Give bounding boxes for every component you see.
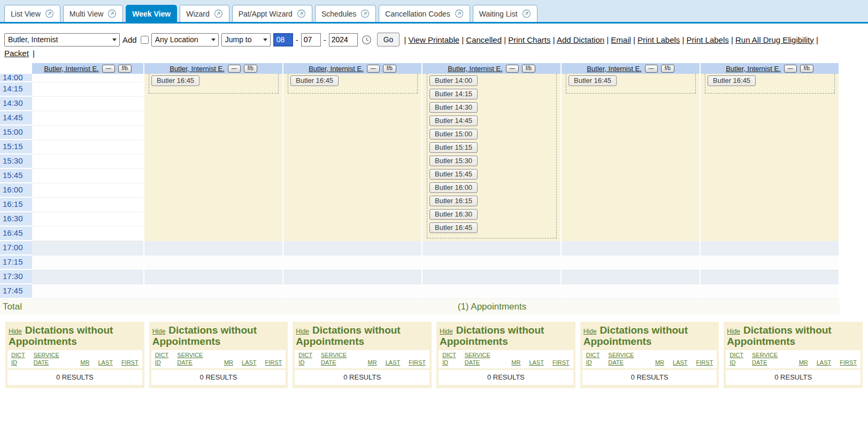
collapse-column-button[interactable]: — [228,65,241,73]
calendar-cell[interactable] [701,126,839,140]
calendar-cell[interactable] [562,256,700,270]
tab-week-view[interactable]: Week View [126,5,177,22]
calendar-cell[interactable] [701,241,839,256]
calendar-cell[interactable] [32,183,143,198]
last-header[interactable]: LAST [98,359,113,367]
calendar-cell[interactable] [562,140,700,154]
calendar-cell[interactable] [283,284,421,299]
calendar-cell[interactable] [562,198,700,212]
provider-link[interactable]: Butler, Internist E. [170,65,225,73]
calendar-cell[interactable] [283,111,421,126]
calendar-cell[interactable] [283,241,421,256]
tab-schedules[interactable]: Schedules [315,5,376,22]
appointment-slot-button[interactable]: Butler 16:45 [151,75,199,86]
calendar-cell[interactable] [32,256,143,270]
collapse-column-button[interactable]: — [102,65,115,73]
fb-button[interactable]: f/b [244,65,257,73]
dict-id-header[interactable]: DICT ID [155,351,169,367]
calendar-cell[interactable] [562,154,700,169]
appointment-slot-button[interactable]: Butler 14:00 [429,75,478,86]
clock-button[interactable] [360,35,373,45]
calendar-cell[interactable] [701,270,839,284]
tab-wizard[interactable]: Wizard [180,5,229,22]
first-header[interactable]: FIRST [409,359,426,367]
calendar-cell[interactable] [701,227,839,241]
calendar-cell[interactable] [283,183,421,198]
last-header[interactable]: LAST [529,359,544,367]
provider-select[interactable]: Butler, Internist [4,33,120,47]
calendar-cell[interactable] [283,169,421,183]
service-date-header[interactable]: SERVICE DATE [752,351,778,367]
fb-button[interactable]: f/b [383,65,396,73]
service-date-header[interactable]: SERVICE DATE [177,351,203,367]
hide-link[interactable]: Hide [9,328,22,335]
dict-id-header[interactable]: DICT ID [586,351,600,367]
calendar-cell[interactable] [32,97,143,111]
calendar-cell[interactable] [32,198,143,212]
appointment-slot-button[interactable]: Butler 15:00 [429,129,478,140]
calendar-cell[interactable] [32,74,143,82]
provider-link[interactable]: Butler, Internist E. [44,65,99,73]
calendar-cell[interactable] [423,270,560,284]
mr-header[interactable]: MR [511,359,520,367]
tab-pat-appt-wizard[interactable]: Pat/Appt Wizard [232,5,312,22]
calendar-cell[interactable] [32,126,143,140]
calendar-cell[interactable] [32,154,143,169]
mr-header[interactable]: MR [224,359,233,367]
mr-header[interactable]: MR [799,359,808,367]
calendar-cell[interactable] [32,111,143,126]
dict-id-header[interactable]: DICT ID [729,351,743,367]
calendar-cell[interactable] [144,256,282,270]
first-header[interactable]: FIRST [121,359,139,367]
fb-button[interactable]: f/b [800,65,813,73]
last-header[interactable]: LAST [817,359,832,367]
tab-waiting-list[interactable]: Waiting List [473,5,537,22]
calendar-cell[interactable] [283,256,421,270]
calendar-cell[interactable] [144,241,282,256]
toolbar-link-run-all-drug-eligibility[interactable]: Run All Drug Eligibility [735,35,814,44]
calendar-cell[interactable] [283,97,421,111]
toolbar-link-email[interactable]: Email [611,35,631,44]
tab-list-view[interactable]: List View [4,5,60,22]
go-button[interactable]: Go [377,33,400,47]
toolbar-link-print-charts[interactable]: Print Charts [508,35,550,44]
provider-link[interactable]: Butler, Internist E. [309,65,364,73]
appointment-slot-button[interactable]: Butler 16:00 [429,182,478,193]
calendar-cell[interactable] [562,126,700,140]
calendar-cell[interactable] [562,241,700,256]
calendar-cell[interactable] [562,97,700,111]
calendar-cell[interactable] [701,97,839,111]
toolbar-link-print-labels[interactable]: Print Labels [687,35,729,44]
calendar-cell[interactable] [423,284,560,299]
collapse-column-button[interactable]: — [367,65,380,73]
calendar-cell[interactable] [283,154,421,169]
fb-button[interactable]: f/b [118,65,132,73]
calendar-cell[interactable] [32,270,143,284]
location-select[interactable]: Any Location [151,33,219,47]
calendar-cell[interactable] [423,256,560,270]
appointment-slot-button[interactable]: Butler 15:45 [429,169,478,180]
calendar-cell[interactable] [562,227,700,241]
calendar-cell[interactable] [701,169,839,183]
calendar-cell[interactable] [32,227,143,241]
add-checkbox[interactable] [141,36,149,44]
calendar-cell[interactable] [701,154,839,169]
service-date-header[interactable]: SERVICE DATE [465,351,490,367]
first-header[interactable]: FIRST [552,359,570,367]
provider-link[interactable]: Butler, Internist E. [726,65,781,73]
calendar-cell[interactable] [144,183,282,198]
last-header[interactable]: LAST [386,359,401,367]
calendar-cell[interactable] [144,111,282,126]
calendar-cell[interactable] [144,227,282,241]
last-header[interactable]: LAST [673,359,688,367]
toolbar-link-cancelled[interactable]: Cancelled [466,35,502,44]
calendar-cell[interactable] [283,270,421,284]
calendar-cell[interactable] [562,284,700,299]
calendar-cell[interactable] [562,111,700,126]
appointment-slot-button[interactable]: Butler 16:45 [569,75,617,86]
toolbar-link-add-dictation[interactable]: Add Dictation [557,35,604,44]
calendar-cell[interactable] [283,212,421,227]
appointment-slot-button[interactable]: Butler 16:15 [429,196,478,206]
appointment-slot-button[interactable]: Butler 16:45 [290,75,339,86]
date-day-input[interactable] [301,33,321,47]
